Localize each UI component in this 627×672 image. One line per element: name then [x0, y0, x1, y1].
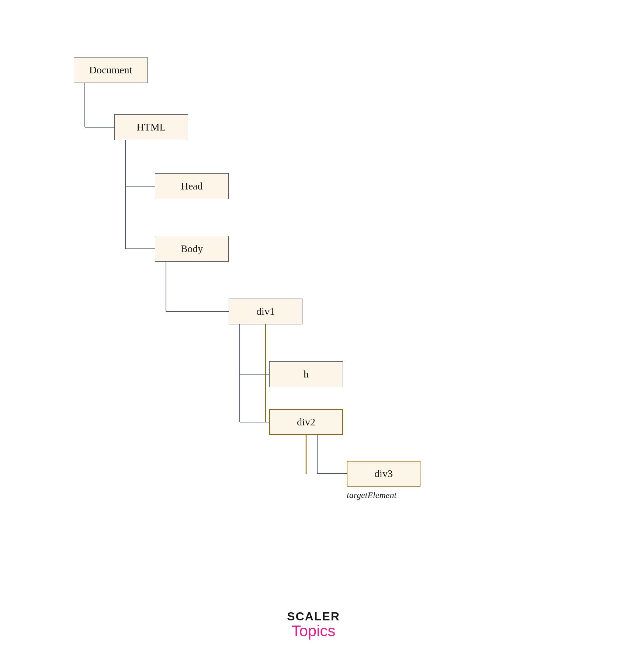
node-div2: div2 — [269, 409, 343, 435]
div1-label: div1 — [256, 306, 275, 317]
head-label: Head — [181, 180, 202, 192]
h-label: h — [304, 368, 309, 380]
node-head: Head — [155, 173, 229, 199]
diagram-container: Document HTML Head Body div1 h div2 div3… — [0, 0, 627, 672]
body-label: Body — [181, 243, 203, 255]
scaler-logo: SCALER Topics — [287, 610, 340, 639]
html-label: HTML — [136, 121, 166, 133]
div3-label: div3 — [374, 468, 393, 480]
target-element-label: targetElement — [347, 490, 396, 500]
node-div3: div3 — [347, 461, 420, 487]
diagram-lines — [0, 0, 627, 672]
node-body: Body — [155, 236, 229, 262]
div2-label: div2 — [297, 416, 315, 428]
node-div1: div1 — [229, 299, 302, 324]
node-document: Document — [74, 57, 148, 83]
scaler-text: SCALER — [287, 610, 340, 623]
node-h: h — [269, 361, 343, 387]
node-html: HTML — [114, 114, 188, 140]
document-label: Document — [89, 64, 132, 76]
topics-text: Topics — [287, 623, 340, 639]
